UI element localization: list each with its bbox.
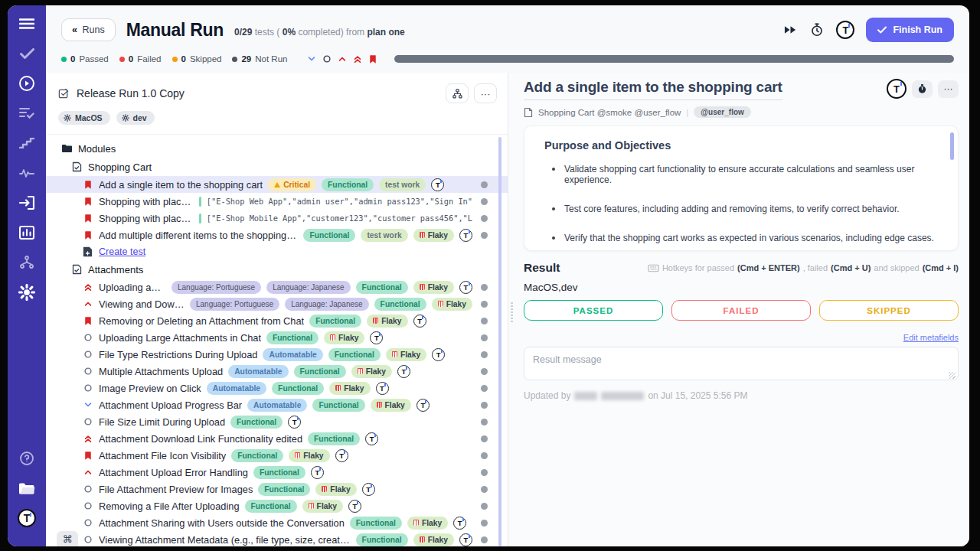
back-to-runs-button[interactable]: « Runs	[61, 18, 116, 41]
priority-filter-circle-icon[interactable]	[322, 54, 332, 64]
tag-pill-automatable: Automatable	[263, 348, 322, 361]
priority-filter-double-chevron-up-icon[interactable]	[352, 54, 363, 64]
sidebar-workspace-logo-icon[interactable]: T	[18, 509, 36, 527]
description-scrollbar[interactable]	[950, 132, 954, 160]
sidebar-steps-icon[interactable]	[18, 134, 36, 152]
suite-row[interactable]: Shopping Cart	[46, 158, 508, 176]
tag-pill-automatable: Automatable	[247, 399, 307, 412]
back-label: Runs	[82, 24, 104, 35]
tree-view-button[interactable]	[446, 83, 469, 103]
suite-doc-icon	[72, 264, 82, 275]
test-row[interactable]: Shopping with placeholder["E-Shop Web Ap…	[46, 193, 508, 210]
test-row[interactable]: Viewing Attachment Metadata (e.g., file …	[46, 531, 508, 546]
tag-pill-flaky: Flaky	[413, 229, 454, 242]
priority-circle-icon	[83, 350, 93, 359]
test-row[interactable]: Attachment Sharing with Users outside th…	[46, 514, 508, 531]
test-row[interactable]: Uploading Large Attachments in ChatFunct…	[46, 329, 508, 346]
tag-pill-functional: Functional	[245, 500, 297, 513]
fast-forward-icon[interactable]	[782, 22, 798, 37]
priority-filter-bookmark-icon[interactable]	[368, 54, 378, 64]
test-row[interactable]: Attachment Download Link Functionality e…	[46, 430, 508, 447]
row-status-dot	[481, 452, 488, 459]
priority-circle-icon	[83, 383, 93, 393]
verdict-passed-button[interactable]: PASSED	[524, 300, 663, 321]
env-tag-macos[interactable]: MacOS	[58, 111, 110, 125]
sidebar-reports-icon[interactable]	[18, 223, 36, 242]
timer-icon[interactable]	[809, 22, 825, 37]
verdict-failed-button[interactable]: FAILED	[671, 300, 811, 321]
sidebar-check-icon[interactable]	[18, 44, 36, 63]
popcorn-icon	[420, 232, 425, 238]
row-status-dot	[481, 232, 488, 239]
sidebar-sign-in-icon[interactable]	[18, 194, 36, 212]
sidebar-settings-gear-icon[interactable]	[18, 283, 36, 302]
finish-run-button[interactable]: Finish Run	[866, 18, 954, 42]
automation-logo-icon: T	[432, 348, 445, 361]
stopwatch-button[interactable]	[912, 80, 933, 98]
test-row[interactable]: Attachment Upload Error HandlingFunction…	[46, 464, 508, 481]
test-row[interactable]: File Size Limit During UploadFunctionalT	[46, 413, 508, 430]
test-row[interactable]: Removing a File After UploadingFunctiona…	[46, 497, 508, 514]
test-title[interactable]: Add a single item to the shopping cart	[524, 79, 782, 100]
row-status-dot	[481, 469, 488, 476]
test-row[interactable]: Add a single item to the shopping cartCr…	[46, 176, 508, 193]
tag-pill-flaky: Flaky	[407, 517, 448, 530]
test-row[interactable]: Viewing and Downloading Attachments in C…	[46, 295, 508, 312]
priority-down-icon	[83, 400, 93, 409]
panel-more-button[interactable]: ···	[474, 83, 497, 103]
test-row[interactable]: File Attachment Preview for ImagesFuncti…	[46, 481, 508, 497]
env-tag-dev[interactable]: dev	[116, 111, 155, 125]
redacted-first-name	[574, 392, 597, 400]
test-tree-panel: Release Run 1.0 Copy ··· MacOSdev Module…	[46, 73, 508, 546]
sidebar-test-plans-icon[interactable]	[18, 104, 36, 122]
suite-breadcrumb[interactable]: Shopping Cart @smoke @user_flow	[538, 108, 681, 117]
sidebar-branch-icon[interactable]	[18, 253, 36, 272]
command-shortcut-button[interactable]: ⌘	[57, 531, 78, 546]
automation-logo-icon: T	[459, 229, 472, 242]
priority-circle-icon	[83, 518, 93, 527]
tag-pill-flaky: Flaky	[367, 315, 407, 328]
tag-pill-functional: Functional	[230, 416, 283, 429]
test-row[interactable]: Shopping with placeholder["E-Shop Mobile…	[46, 210, 508, 227]
priority-filter-chevron-down-icon[interactable]	[306, 54, 317, 64]
edit-metafields-link[interactable]: Edit metafields	[903, 333, 959, 342]
test-row[interactable]: File Type Restrictions During UploadAuto…	[46, 346, 508, 363]
row-status-dot	[481, 419, 488, 425]
test-more-button[interactable]: ···	[938, 80, 959, 98]
test-row[interactable]: Uploading an Attachment in ChatLanguage:…	[46, 279, 508, 295]
popcorn-icon	[438, 301, 443, 307]
tag-pill-user-flow[interactable]: @user_flow	[694, 106, 750, 118]
modules-root-row[interactable]: Modules	[46, 139, 508, 158]
test-row[interactable]: Image Preview on ClickAutomatableFunctio…	[46, 380, 508, 396]
suite-row[interactable]: Attachments	[46, 260, 508, 279]
sidebar-run-play-icon[interactable]	[18, 74, 36, 93]
tag-pill-functional: Functional	[356, 281, 408, 294]
verdict-skipped-button[interactable]: SKIPPED	[819, 300, 959, 321]
test-row[interactable]: Multiple Attachments UploadAutomatableFu…	[46, 363, 508, 380]
sidebar-activity-icon[interactable]	[18, 164, 36, 182]
sidebar-help-icon[interactable]	[18, 449, 36, 468]
warning-icon	[274, 182, 280, 187]
tag-pill-functional: Functional	[253, 466, 305, 479]
tag-pill-functional: Functional	[350, 517, 402, 530]
create-test-link[interactable]: Create test	[99, 246, 145, 257]
tag-pill-functional: Functional	[322, 178, 374, 191]
priority-bookmark-icon	[83, 214, 93, 223]
result-message-input[interactable]	[524, 347, 959, 380]
test-row[interactable]: Removing or Deleting an Attachment from …	[46, 312, 508, 329]
test-row[interactable]: Attachment Upload Progress BarAutomatabl…	[46, 396, 508, 413]
example-data-bar	[199, 214, 201, 223]
sidebar-projects-folder-icon[interactable]	[18, 479, 36, 497]
automation-logo-icon: T	[431, 178, 444, 191]
test-row[interactable]: Add multiple different items to the shop…	[46, 227, 508, 243]
test-row[interactable]: Attachment File Icon VisibilityFunctiona…	[46, 447, 508, 464]
automation-logo-icon: T	[413, 315, 426, 328]
app-logo-icon[interactable]: T	[836, 21, 854, 39]
priority-filter-chevron-up-icon[interactable]	[337, 54, 348, 64]
left-panel-scrollbar[interactable]	[498, 137, 501, 546]
test-logo-icon[interactable]: T	[887, 79, 906, 99]
description-heading: Purpose and Objectives	[544, 139, 938, 152]
row-status-dot	[481, 385, 488, 392]
panel-resize-handle[interactable]	[508, 73, 514, 546]
sidebar-menu-icon[interactable]	[18, 15, 36, 33]
